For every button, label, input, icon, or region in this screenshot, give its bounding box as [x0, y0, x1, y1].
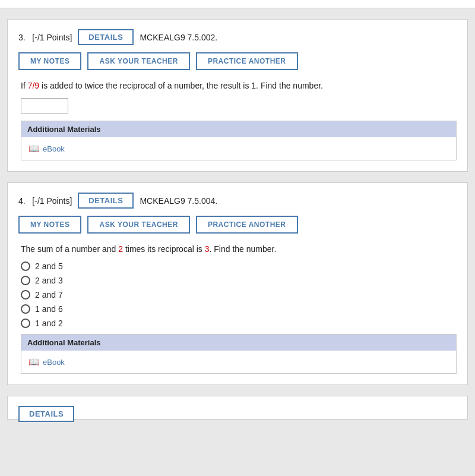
- question-4-additional-materials-body: 📖 eBook: [21, 351, 456, 373]
- question-4-card: 4. [-/1 Points] DETAILS MCKEALG9 7.5.004…: [7, 182, 468, 385]
- question-3-card: 3. [-/1 Points] DETAILS MCKEALG9 7.5.002…: [7, 19, 468, 172]
- question-3-details-button[interactable]: DETAILS: [78, 29, 134, 45]
- radio-circle-2[interactable]: [21, 290, 30, 300]
- question-4-highlight2: 3: [205, 244, 210, 254]
- radio-option-0: 2 and 5: [21, 261, 457, 271]
- question-3-ask-teacher-button[interactable]: ASK YOUR TEACHER: [87, 52, 189, 70]
- question-4-action-buttons: MY NOTES ASK YOUR TEACHER PRACTICE ANOTH…: [18, 216, 457, 234]
- question-4-radio-group: 2 and 5 2 and 3 2 and 7 1 and 6 1 and 2: [21, 261, 457, 328]
- question-3-my-notes-button[interactable]: MY NOTES: [18, 52, 81, 70]
- radio-option-2: 2 and 7: [21, 290, 457, 300]
- radio-option-4: 1 and 2: [21, 319, 457, 328]
- question-3-additional-materials-header: Additional Materials: [21, 121, 456, 137]
- question-3-action-buttons: MY NOTES ASK YOUR TEACHER PRACTICE ANOTH…: [18, 52, 457, 70]
- question-3-practice-another-button[interactable]: PRACTICE ANOTHER: [196, 52, 298, 70]
- question-3-ebook-link[interactable]: 📖 eBook: [28, 143, 449, 154]
- question-4-body: The sum of a number and 2 times its reci…: [21, 243, 457, 374]
- question-4-highlight1: 2: [118, 244, 123, 254]
- question-5-details-button[interactable]: DETAILS: [18, 406, 74, 422]
- question-4-header: 4. [-/1 Points] DETAILS MCKEALG9 7.5.004…: [18, 193, 457, 209]
- radio-circle-4[interactable]: [21, 319, 30, 328]
- question-4-my-notes-button[interactable]: MY NOTES: [18, 216, 81, 234]
- radio-circle-0[interactable]: [21, 261, 30, 271]
- question-3-answer-input[interactable]: [21, 98, 68, 114]
- question-3-fraction: 7/9: [28, 81, 39, 90]
- book-icon-q4: 📖: [28, 357, 40, 367]
- question-3-additional-materials-body: 📖 eBook: [21, 137, 456, 160]
- question-4-additional-materials-header: Additional Materials: [21, 335, 456, 351]
- question-3-number: 3. [-/1 Points]: [18, 33, 72, 42]
- question-4-code: MCKEALG9 7.5.004.: [140, 196, 217, 206]
- radio-option-1: 2 and 3: [21, 276, 457, 285]
- question-5-partial-card: DETAILS: [7, 396, 468, 420]
- question-4-details-button[interactable]: DETAILS: [78, 193, 134, 209]
- top-bar: [0, 0, 475, 8]
- radio-option-3: 1 and 6: [21, 304, 457, 314]
- question-4-practice-another-button[interactable]: PRACTICE ANOTHER: [196, 216, 298, 234]
- question-3-code: MCKEALG9 7.5.002.: [140, 33, 217, 42]
- question-4-ebook-link[interactable]: 📖 eBook: [28, 357, 449, 367]
- question-4-ask-teacher-button[interactable]: ASK YOUR TEACHER: [87, 216, 189, 234]
- question-4-text: The sum of a number and 2 times its reci…: [21, 243, 457, 256]
- question-3-text: If 7/9 is added to twice the reciprocal …: [21, 80, 457, 92]
- book-icon-q3: 📖: [28, 143, 40, 154]
- page-wrapper: 3. [-/1 Points] DETAILS MCKEALG9 7.5.002…: [0, 0, 475, 420]
- question-3-header: 3. [-/1 Points] DETAILS MCKEALG9 7.5.002…: [18, 29, 457, 45]
- question-4-number: 4. [-/1 Points]: [18, 196, 72, 206]
- radio-circle-3[interactable]: [21, 304, 30, 314]
- question-3-body: If 7/9 is added to twice the reciprocal …: [21, 80, 457, 160]
- question-3-additional-materials: Additional Materials 📖 eBook: [21, 121, 457, 160]
- question-4-additional-materials: Additional Materials 📖 eBook: [21, 334, 457, 374]
- radio-circle-1[interactable]: [21, 276, 30, 285]
